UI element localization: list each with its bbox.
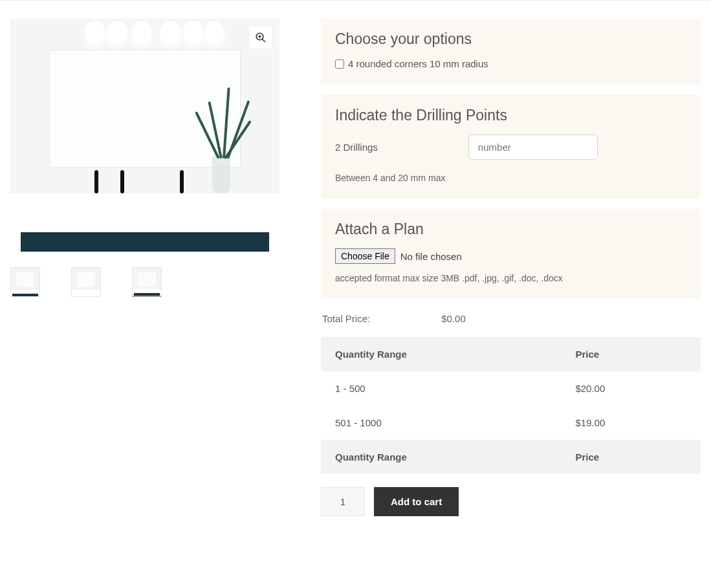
rounded-corners-label: 4 rounded corners 10 mm radius xyxy=(348,58,488,69)
pricing-col-price-foot: Price xyxy=(561,440,701,474)
product-image-scene xyxy=(10,19,279,252)
options-panel: Choose your options 4 rounded corners 10… xyxy=(321,19,701,85)
quantity-input[interactable] xyxy=(321,487,365,516)
rounded-corners-checkbox[interactable] xyxy=(335,60,344,69)
total-price-value: $0.00 xyxy=(441,313,466,324)
pricing-price: $19.00 xyxy=(561,406,701,440)
product-config: Choose your options 4 rounded corners 10… xyxy=(321,19,701,516)
choose-file-button[interactable]: Choose File xyxy=(335,248,395,264)
thumbnail-2[interactable] xyxy=(71,267,101,297)
drilling-label: 2 Drillings xyxy=(335,142,378,153)
add-to-cart-button[interactable]: Add to cart xyxy=(374,487,459,516)
plan-heading: Attach a Plan xyxy=(335,221,686,238)
plan-panel: Attach a Plan Choose File No file chosen… xyxy=(321,209,701,299)
file-status-text: No file chosen xyxy=(400,251,462,262)
svg-line-1 xyxy=(262,39,265,42)
rounded-corners-option[interactable]: 4 rounded corners 10 mm radius xyxy=(335,58,686,69)
table-row: 1 - 500 $20.00 xyxy=(321,371,701,406)
total-price-label: Total Price: xyxy=(322,313,370,324)
drilling-input[interactable] xyxy=(468,135,598,160)
drilling-heading: Indicate the Drilling Points xyxy=(335,107,686,124)
total-price-row: Total Price: $0.00 xyxy=(322,313,701,324)
pricing-range: 501 - 1000 xyxy=(321,406,561,440)
table-row: 501 - 1000 $19.00 xyxy=(321,406,701,440)
pricing-range: 1 - 500 xyxy=(321,371,561,406)
main-product-image[interactable] xyxy=(10,19,279,252)
drilling-hint: Between 4 and 20 mm max xyxy=(335,173,686,183)
pricing-table: Quantity Range Price 1 - 500 $20.00 501 … xyxy=(321,337,701,474)
thumbnail-3[interactable] xyxy=(132,267,162,297)
add-to-cart-row: Add to cart xyxy=(321,487,701,516)
product-gallery xyxy=(10,19,290,516)
thumbnail-1[interactable] xyxy=(10,267,40,297)
zoom-icon[interactable] xyxy=(250,27,272,49)
options-heading: Choose your options xyxy=(335,30,686,48)
thumbnail-row xyxy=(10,267,290,297)
drilling-panel: Indicate the Drilling Points 2 Drillings… xyxy=(321,95,701,199)
pricing-col-price: Price xyxy=(561,337,701,371)
pricing-col-qty-foot: Quantity Range xyxy=(321,440,561,474)
plan-hint: accepted format max size 3MB .pdf, .jpg,… xyxy=(335,273,686,283)
pricing-col-qty: Quantity Range xyxy=(321,337,561,371)
pricing-price: $20.00 xyxy=(561,371,701,406)
